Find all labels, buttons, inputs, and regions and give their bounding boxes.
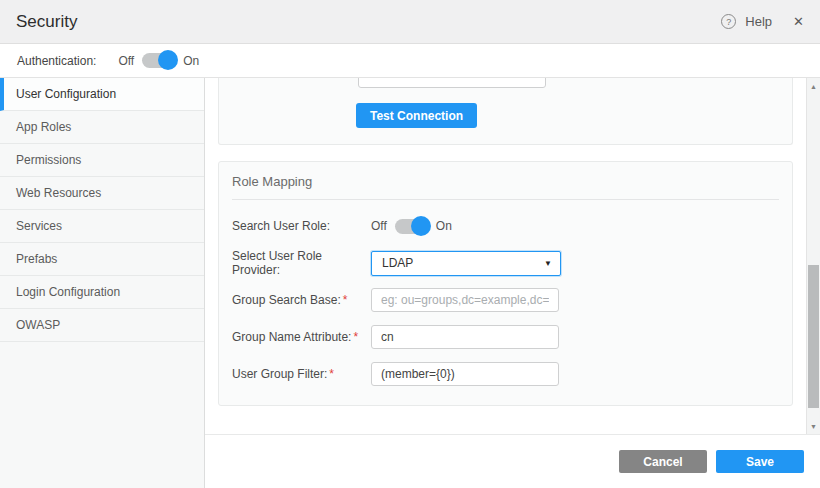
authentication-on-label: On — [183, 54, 199, 68]
authentication-off-label: Off — [118, 54, 134, 68]
sidebar-item-prefabs[interactable]: Prefabs — [0, 243, 204, 276]
group-name-attribute-label: Group Name Attribute:* — [232, 330, 371, 344]
header: Security ? Help ✕ — [0, 0, 820, 44]
main-content: Test Connection Role Mapping Search User… — [205, 78, 820, 488]
toggle-knob-icon — [411, 216, 431, 236]
group-search-base-row: Group Search Base:* — [232, 288, 779, 312]
user-role-provider-select[interactable]: LDAP ▼ — [371, 251, 561, 276]
search-user-role-on-label: On — [436, 219, 452, 233]
search-user-role-row: Search User Role: Off On — [232, 214, 779, 238]
page-title: Security — [16, 12, 77, 32]
role-mapping-title: Role Mapping — [232, 162, 779, 199]
sidebar-item-owasp[interactable]: OWASP — [0, 309, 204, 342]
help-icon[interactable]: ? — [721, 14, 736, 29]
scroll-up-icon[interactable]: ▲ — [807, 80, 820, 92]
test-connection-button[interactable]: Test Connection — [356, 103, 477, 128]
sidebar-item-user-configuration[interactable]: User Configuration — [0, 78, 204, 111]
header-actions: ? Help ✕ — [721, 14, 804, 29]
help-link[interactable]: Help — [745, 14, 772, 29]
chevron-down-icon: ▼ — [544, 259, 552, 268]
required-marker: * — [329, 367, 334, 381]
group-name-attribute-row: Group Name Attribute:* — [232, 325, 779, 349]
provider-label: Select User Role Provider: — [232, 249, 371, 277]
scrollbar-thumb[interactable] — [808, 265, 819, 408]
user-group-filter-input[interactable] — [371, 362, 559, 386]
sidebar: User Configuration App Roles Permissions… — [0, 78, 205, 488]
provider-selected-value: LDAP — [382, 256, 413, 270]
save-button[interactable]: Save — [716, 450, 804, 473]
sidebar-item-web-resources[interactable]: Web Resources — [0, 177, 204, 210]
connection-card: Test Connection — [218, 78, 793, 145]
search-user-role-label: Search User Role: — [232, 219, 371, 233]
search-user-role-toggle[interactable] — [395, 219, 428, 234]
group-name-attribute-input[interactable] — [371, 325, 559, 349]
toggle-knob-icon — [158, 50, 178, 70]
authentication-label: Authentication: — [17, 54, 96, 68]
role-mapping-card: Role Mapping Search User Role: Off On — [218, 161, 793, 406]
user-group-filter-row: User Group Filter:* — [232, 362, 779, 386]
scrollable-panel: Test Connection Role Mapping Search User… — [205, 78, 806, 434]
provider-row: Select User Role Provider: LDAP ▼ — [232, 251, 779, 275]
scroll-down-icon[interactable]: ▼ — [807, 420, 820, 432]
sidebar-item-app-roles[interactable]: App Roles — [0, 111, 204, 144]
security-window: Security ? Help ✕ Authentication: Off On… — [0, 0, 820, 488]
footer-actions: Cancel Save — [205, 434, 820, 488]
search-user-role-off-label: Off — [371, 219, 387, 233]
connection-input-partial[interactable] — [358, 78, 546, 88]
required-marker: * — [353, 330, 358, 344]
vertical-scrollbar[interactable]: ▲ ▼ — [806, 78, 820, 434]
required-marker: * — [343, 293, 348, 307]
authentication-toggle[interactable] — [142, 53, 175, 68]
sidebar-item-permissions[interactable]: Permissions — [0, 144, 204, 177]
close-icon[interactable]: ✕ — [793, 14, 804, 29]
authentication-bar: Authentication: Off On — [0, 44, 820, 78]
group-search-base-input[interactable] — [371, 288, 559, 312]
user-group-filter-label: User Group Filter:* — [232, 367, 371, 381]
cancel-button[interactable]: Cancel — [619, 450, 707, 473]
sidebar-item-login-configuration[interactable]: Login Configuration — [0, 276, 204, 309]
group-search-base-label: Group Search Base:* — [232, 293, 371, 307]
sidebar-item-services[interactable]: Services — [0, 210, 204, 243]
role-mapping-form: Search User Role: Off On Select User Rol… — [232, 200, 779, 386]
